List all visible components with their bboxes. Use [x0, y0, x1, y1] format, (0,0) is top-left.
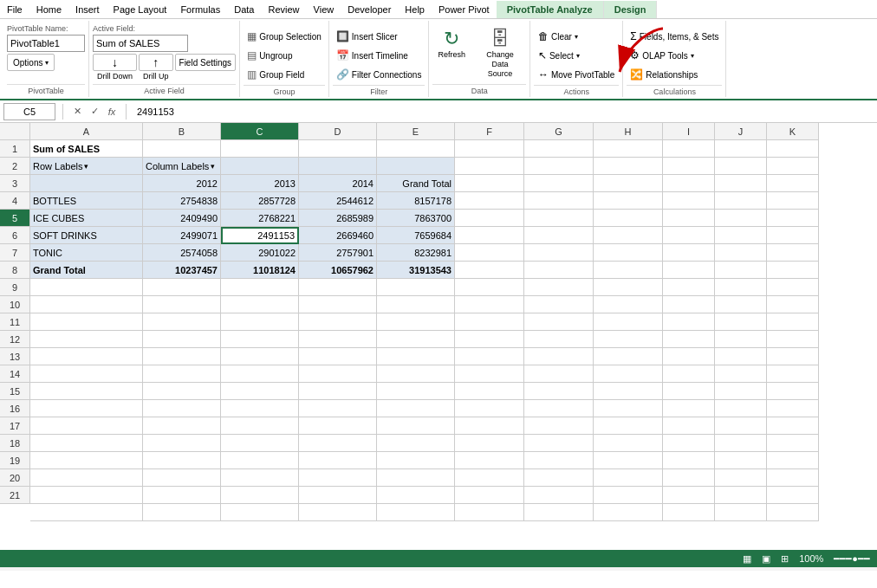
table-cell[interactable] [715, 400, 767, 417]
table-cell[interactable] [221, 435, 299, 452]
table-cell[interactable]: 31913543 [377, 262, 455, 279]
table-cell[interactable] [455, 400, 524, 417]
table-cell[interactable] [30, 348, 143, 365]
table-cell[interactable]: Grand Total [377, 175, 455, 192]
table-cell[interactable]: 2491153 [221, 227, 299, 244]
table-cell[interactable] [299, 383, 377, 400]
table-cell[interactable] [377, 417, 455, 435]
table-cell[interactable]: ICE CUBES [30, 210, 143, 227]
table-cell[interactable] [299, 348, 377, 365]
drill-up-button[interactable]: ↑ Drill Up [139, 54, 173, 71]
refresh-button[interactable]: ↻ Refresh [432, 24, 471, 62]
row-num-18[interactable]: 18 [0, 435, 30, 452]
table-cell[interactable] [221, 504, 299, 521]
table-cell[interactable] [455, 331, 524, 348]
table-cell[interactable] [524, 435, 594, 452]
menu-pivottable-analyze[interactable]: PivotTable Analyze [497, 1, 604, 18]
table-cell[interactable] [524, 244, 594, 262]
name-box[interactable] [3, 103, 55, 120]
table-cell[interactable] [143, 487, 221, 504]
row-filter-btn[interactable]: ▾ [84, 162, 88, 171]
row-num-6[interactable]: 6 [0, 227, 30, 244]
table-cell[interactable]: TONIC [30, 244, 143, 262]
table-cell[interactable] [299, 313, 377, 331]
table-cell[interactable] [377, 331, 455, 348]
table-cell[interactable] [299, 417, 377, 435]
table-cell[interactable]: 2012 [143, 175, 221, 192]
table-cell[interactable] [715, 296, 767, 313]
olap-tools-button[interactable]: ⚙ OLAP Tools ▾ [627, 47, 697, 64]
table-cell[interactable] [594, 140, 663, 158]
table-cell[interactable] [30, 296, 143, 313]
insert-slicer-button[interactable]: 🔲 Insert Slicer [333, 28, 401, 45]
table-cell[interactable]: 2768221 [221, 210, 299, 227]
table-cell[interactable]: 7659684 [377, 227, 455, 244]
table-cell[interactable] [663, 383, 715, 400]
table-cell[interactable] [524, 175, 594, 192]
table-cell[interactable] [455, 227, 524, 244]
table-cell[interactable] [377, 383, 455, 400]
table-cell[interactable]: 2574058 [143, 244, 221, 262]
table-cell[interactable] [299, 158, 377, 175]
table-cell[interactable] [663, 469, 715, 487]
select-button[interactable]: ↖ Select ▾ [534, 47, 584, 64]
table-cell[interactable] [455, 175, 524, 192]
table-cell[interactable] [767, 279, 819, 296]
table-cell[interactable] [767, 158, 819, 175]
table-cell[interactable] [594, 313, 663, 331]
table-cell[interactable] [143, 279, 221, 296]
table-cell[interactable] [143, 365, 221, 383]
table-cell[interactable] [455, 417, 524, 435]
table-cell[interactable]: 10237457 [143, 262, 221, 279]
table-cell[interactable] [524, 262, 594, 279]
table-cell[interactable] [767, 210, 819, 227]
table-cell[interactable] [455, 469, 524, 487]
table-cell[interactable] [377, 452, 455, 469]
table-cell[interactable] [221, 469, 299, 487]
table-cell[interactable] [143, 313, 221, 331]
table-cell[interactable] [524, 331, 594, 348]
table-cell[interactable] [455, 262, 524, 279]
table-cell[interactable] [767, 313, 819, 331]
table-cell[interactable] [524, 296, 594, 313]
table-cell[interactable] [524, 210, 594, 227]
table-cell[interactable] [715, 435, 767, 452]
relationships-button[interactable]: 🔀 Relationships [627, 66, 701, 83]
pivottable-name-input[interactable] [7, 35, 85, 52]
col-filter-btn[interactable]: ▾ [211, 162, 215, 171]
row-num-13[interactable]: 13 [0, 348, 30, 365]
table-cell[interactable] [767, 192, 819, 210]
row-num-9[interactable]: 9 [0, 279, 30, 296]
menu-data[interactable]: Data [227, 3, 261, 16]
table-cell[interactable] [663, 487, 715, 504]
table-cell[interactable] [715, 175, 767, 192]
table-cell[interactable] [143, 469, 221, 487]
row-num-4[interactable]: 4 [0, 192, 30, 210]
table-cell[interactable] [594, 348, 663, 365]
table-cell[interactable] [715, 365, 767, 383]
table-cell[interactable] [221, 279, 299, 296]
table-cell[interactable] [663, 417, 715, 435]
table-cell[interactable] [299, 140, 377, 158]
col-header-c[interactable]: C [221, 123, 299, 140]
table-cell[interactable] [30, 400, 143, 417]
row-num-14[interactable]: 14 [0, 365, 30, 383]
row-num-21[interactable]: 21 [0, 487, 30, 504]
row-num-20[interactable]: 20 [0, 469, 30, 487]
table-cell[interactable] [221, 348, 299, 365]
row-num-19[interactable]: 19 [0, 452, 30, 469]
table-cell[interactable] [377, 348, 455, 365]
row-num-1[interactable]: 1 [0, 140, 30, 158]
table-cell[interactable] [377, 504, 455, 521]
table-cell[interactable] [377, 469, 455, 487]
table-cell[interactable] [715, 279, 767, 296]
table-cell[interactable] [455, 487, 524, 504]
table-cell[interactable] [377, 400, 455, 417]
table-cell[interactable] [221, 487, 299, 504]
table-cell[interactable] [455, 504, 524, 521]
table-cell[interactable]: 2757901 [299, 244, 377, 262]
table-cell[interactable] [377, 158, 455, 175]
table-cell[interactable] [30, 469, 143, 487]
table-cell[interactable] [221, 331, 299, 348]
col-header-e[interactable]: E [377, 123, 455, 140]
